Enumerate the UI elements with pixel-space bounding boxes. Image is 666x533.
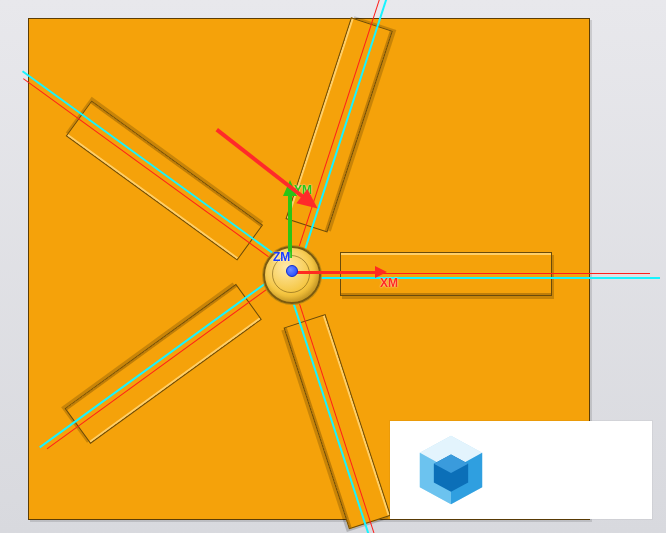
z-axis-label: ZM — [273, 250, 290, 264]
hex-cube-logo-icon — [412, 431, 490, 509]
x-axis-label: XM — [380, 276, 398, 290]
z-axis-marker — [286, 265, 298, 277]
construction-line — [290, 277, 660, 279]
cad-viewport[interactable]: XM YM ZM — [0, 0, 666, 533]
watermark — [390, 421, 652, 519]
rib-instance — [340, 252, 552, 296]
